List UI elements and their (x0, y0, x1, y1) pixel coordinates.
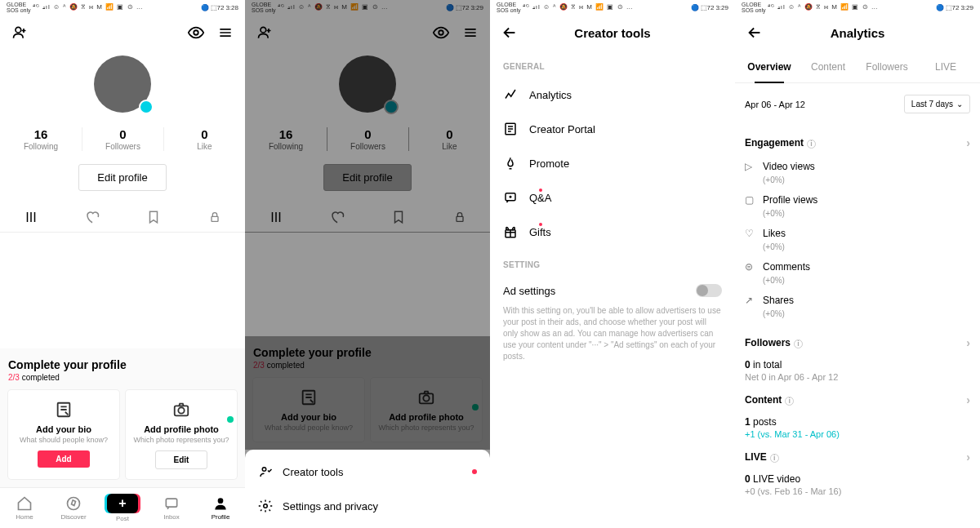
ad-settings-toggle[interactable] (696, 284, 722, 297)
profile-topbar (0, 15, 245, 51)
back-icon[interactable] (500, 23, 519, 42)
svg-point-14 (423, 395, 429, 401)
tab-followers[interactable]: Followers (858, 51, 916, 82)
metric-likes-delta: (+0%) (745, 242, 970, 258)
date-range-button[interactable]: Last 7 days⌄ (904, 95, 970, 113)
date-range-row: Apr 06 - Apr 12 Last 7 days⌄ (735, 83, 980, 125)
card-add-photo: Add profile photo Which photo represents… (126, 390, 237, 479)
info-icon: i (794, 339, 803, 348)
avatar-badge-icon (139, 100, 154, 114)
eye-icon[interactable] (431, 23, 451, 42)
item-creator-portal[interactable]: Creator Portal (490, 112, 735, 146)
chevron-right-icon: › (966, 136, 970, 149)
analytics-topbar: Analytics (735, 15, 980, 51)
creator-topbar: Creator tools (490, 15, 735, 51)
content-delta: +1 (vs. Mar 31 - Apr 06) (745, 429, 970, 439)
nav-post[interactable]: +Post (98, 488, 147, 528)
metric-profile-delta: (+0%) (745, 209, 970, 224)
profile-screen: GLOBESOS only ⁴ᴳ ₄ıl ☺ ᴬ 🔕 ⧖ ⋈ M 📶 ▣ ⊙ …… (0, 0, 245, 528)
metric-comments[interactable]: ⊜Comments (745, 258, 970, 276)
svg-point-9 (261, 27, 266, 33)
tab-liked[interactable] (61, 202, 122, 232)
section-content[interactable]: Contenti› (745, 382, 970, 415)
tab-live[interactable]: LIVE (916, 51, 975, 82)
svg-rect-7 (166, 499, 176, 507)
followers-total: 0 in total (745, 357, 970, 372)
item-analytics[interactable]: Analytics (490, 78, 735, 112)
ad-settings-row: Ad settings (490, 276, 735, 305)
tab-grid[interactable] (0, 202, 61, 232)
nav-profile[interactable]: Profile (196, 488, 245, 528)
card-bio-title: Add your bio (15, 424, 113, 434)
svg-point-16 (264, 504, 268, 508)
svg-point-15 (262, 468, 266, 472)
eye-icon[interactable] (186, 23, 206, 42)
tab-overview[interactable]: Overview (740, 51, 799, 82)
notification-dot-icon (539, 223, 542, 226)
nav-inbox[interactable]: Inbox (147, 488, 196, 528)
add-user-icon[interactable] (255, 23, 274, 42)
complete-profile-panel: Complete your profile 2/3 completed Add … (0, 348, 245, 487)
post-button-icon[interactable]: + (107, 494, 138, 513)
menu-creator-tools[interactable]: Creator tools (245, 455, 490, 489)
add-user-icon[interactable] (10, 23, 29, 42)
status-bar: GLOBESOS only ⁴ᴳ ₄ıl ☺ ᴬ 🔕 ⧖ ⋈ M 📶 ▣ ⊙ …… (490, 0, 735, 15)
bottom-nav: Home Discover +Post Inbox Profile (0, 487, 245, 528)
analytics-title: Analytics (735, 26, 980, 40)
add-bio-button[interactable]: Add (38, 450, 89, 468)
content-tabs (0, 202, 245, 233)
svg-point-10 (439, 30, 443, 35)
tab-saved[interactable] (122, 202, 184, 232)
metric-profile-views[interactable]: ▢Profile views (745, 191, 970, 209)
tab-content[interactable]: Content (799, 51, 858, 82)
likes-stat[interactable]: 0Like (163, 127, 245, 151)
menu-sheet: Creator tools Settings and privacy (245, 450, 490, 528)
section-live[interactable]: LIVEi› (745, 439, 970, 472)
section-followers[interactable]: Followersi› (745, 325, 970, 357)
svg-point-8 (218, 498, 224, 504)
svg-point-6 (68, 498, 80, 510)
item-qa[interactable]: Q&A (490, 180, 735, 215)
metric-shares[interactable]: ↗Shares (745, 291, 970, 309)
menu-icon[interactable] (461, 23, 480, 42)
item-promote[interactable]: Promote (490, 146, 735, 180)
following-stat[interactable]: 16Following (0, 127, 82, 151)
metric-comments-delta: (+0%) (745, 276, 970, 291)
card-photo-title: Add profile photo (132, 424, 230, 434)
menu-icon[interactable] (216, 23, 235, 42)
analytics-screen: GLOBESOS only ⁴ᴳ ₄ıl ☺ ᴬ 🔕 ⧖ ⋈ M 📶 ▣ ⊙ …… (735, 0, 980, 528)
complete-title: Complete your profile (8, 358, 237, 371)
analytics-tabs: Overview Content Followers LIVE (735, 51, 980, 83)
item-gifts[interactable]: Gifts (490, 215, 735, 249)
svg-point-5 (178, 407, 184, 413)
edit-photo-button[interactable]: Edit (155, 450, 208, 469)
creator-tools-screen: GLOBESOS only ⁴ᴳ ₄ıl ☺ ᴬ 🔕 ⧖ ⋈ M 📶 ▣ ⊙ …… (490, 0, 735, 528)
back-icon[interactable] (745, 23, 764, 42)
followers-stat[interactable]: 0Followers (82, 127, 163, 151)
edit-profile-button[interactable]: Edit profile (323, 164, 411, 191)
creator-title: Creator tools (490, 26, 735, 40)
chevron-right-icon: › (966, 336, 970, 349)
svg-point-1 (194, 30, 198, 35)
metric-shares-delta: (+0%) (745, 309, 970, 325)
nav-discover[interactable]: Discover (49, 488, 98, 528)
metric-video-views[interactable]: ▷Video views (745, 158, 970, 175)
chevron-right-icon: › (966, 393, 970, 406)
card-add-bio: Add your bio What should people know? Ad… (8, 390, 119, 479)
svg-rect-11 (457, 216, 463, 221)
metric-video-delta: (+0%) (745, 175, 970, 191)
edit-profile-button[interactable]: Edit profile (78, 164, 166, 191)
nav-home[interactable]: Home (0, 488, 49, 528)
avatar[interactable] (93, 55, 152, 113)
menu-settings[interactable]: Settings and privacy (245, 489, 490, 523)
status-bar: GLOBESOS only ⁴ᴳ ₄ıl ☺ ᴬ 🔕 ⧖ ⋈ M 📶 ▣ ⊙ …… (735, 0, 980, 15)
metric-likes[interactable]: ♡Likes (745, 224, 970, 242)
camera-icon (132, 400, 230, 419)
live-count: 0 LIVE video (745, 472, 970, 486)
live-delta: +0 (vs. Feb 16 - Mar 16) (745, 486, 970, 496)
tab-private[interactable] (184, 202, 245, 232)
chevron-down-icon: ⌄ (956, 100, 963, 109)
bio-icon (15, 400, 113, 419)
chevron-right-icon: › (966, 450, 970, 464)
section-engagement[interactable]: Engagementi› (745, 125, 970, 158)
